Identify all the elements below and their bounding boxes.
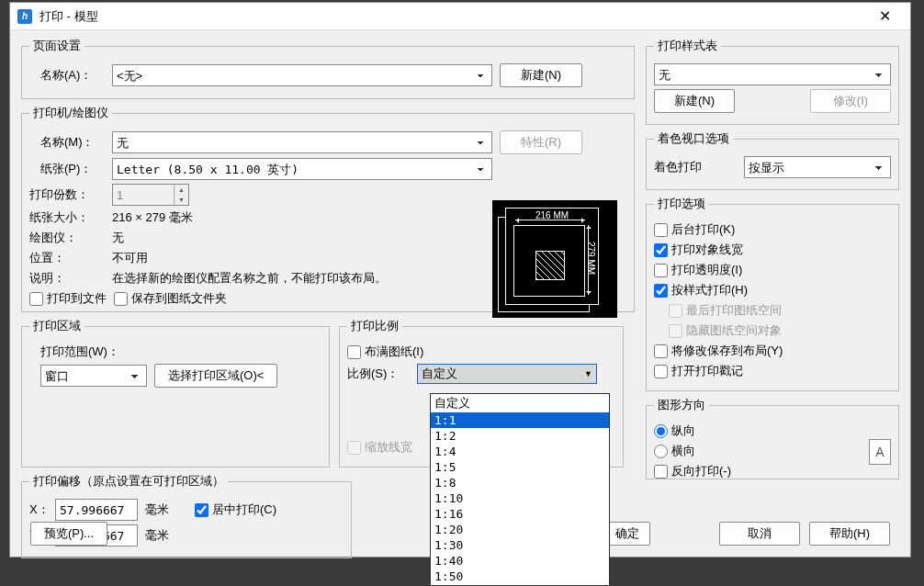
- preview-width-label: 216 MM: [517, 210, 587, 223]
- opt-bg-checkbox[interactable]: 后台打印(K): [654, 221, 891, 238]
- preview-height-label: 279 MM: [583, 221, 596, 295]
- opt-trans-checkbox[interactable]: 打印透明度(I): [654, 262, 891, 278]
- papersize-label: 纸张大小：: [29, 209, 105, 226]
- scale-option[interactable]: 自定义: [431, 394, 609, 412]
- scale-option[interactable]: 1:16: [431, 506, 609, 522]
- desc-value: 在选择新的绘图仪配置名称之前，不能打印该布局。: [112, 270, 387, 287]
- ok-button[interactable]: 确定: [604, 522, 650, 546]
- spin-down-icon[interactable]: ▼: [174, 195, 188, 205]
- plot-styles-legend: 打印样式表: [654, 38, 721, 54]
- right-column: 打印样式表 无 新建(N) 修改(I) 着色视口选项 着色打印 按显示 打印选项…: [646, 38, 899, 558]
- printer-legend: 打印机/绘图仪: [29, 105, 112, 121]
- copies-spinner[interactable]: ▲▼: [112, 184, 189, 206]
- help-button[interactable]: 帮助(H): [809, 522, 890, 546]
- scale-option[interactable]: 1:50: [431, 569, 609, 584]
- scale-option[interactable]: 1:4: [431, 444, 609, 459]
- print-offset-group: 打印偏移（原点设置在可打印区域） X： 毫米 居中打印(C) Y： 毫米: [21, 473, 352, 558]
- plot-styles-group: 打印样式表 无 新建(N) 修改(I): [646, 38, 899, 125]
- scale-option[interactable]: 1:8: [431, 475, 609, 490]
- plotter-label: 绘图仪：: [29, 230, 105, 246]
- orient-portrait-radio[interactable]: 纵向: [654, 423, 891, 439]
- select-area-button[interactable]: 选择打印区域(O)<: [154, 364, 277, 388]
- scale-option[interactable]: 1:20: [431, 522, 609, 537]
- desc-label: 说明：: [29, 270, 105, 287]
- to-file-checkbox[interactable]: 打印到文件: [29, 290, 107, 307]
- paper-preview: 216 MM 279 MM: [492, 200, 617, 318]
- opt-stamp-checkbox[interactable]: 打开打印戳记: [654, 363, 891, 379]
- shade-group: 着色视口选项 着色打印 按显示: [646, 130, 899, 190]
- save-dst-checkbox[interactable]: 保存到图纸文件夹: [114, 290, 227, 307]
- hatch-icon: [535, 251, 565, 280]
- preview-button[interactable]: 预览(P)...: [30, 522, 107, 546]
- offset-x-unit: 毫米: [145, 501, 169, 518]
- range-label: 打印范围(W)：: [40, 344, 119, 360]
- opt-savelayout-checkbox[interactable]: 将修改保存到布局(Y): [654, 343, 891, 359]
- scale-option[interactable]: 1:10: [431, 490, 609, 506]
- scale-lineweight-checkbox: 缩放线宽: [347, 439, 412, 456]
- app-icon: h: [17, 9, 32, 24]
- orient-legend: 图形方向: [654, 397, 709, 413]
- papersize-value: 216 × 279 毫米: [112, 209, 193, 226]
- fit-checkbox[interactable]: 布满图纸(I): [347, 344, 423, 360]
- copies-label: 打印份数：: [29, 186, 105, 203]
- print-options-group: 打印选项 后台打印(K) 打印对象线宽 打印透明度(I) 按样式打印(H) 最后…: [646, 196, 899, 391]
- spin-up-icon[interactable]: ▲: [174, 185, 188, 195]
- print-offset-legend: 打印偏移（原点设置在可打印区域）: [29, 473, 228, 490]
- footer-buttons: 取消 帮助(H): [719, 522, 890, 546]
- offset-x-label: X：: [29, 501, 48, 518]
- scale-option[interactable]: 1:30: [431, 537, 609, 553]
- range-select[interactable]: 窗口: [40, 365, 147, 387]
- print-area-group: 打印区域 打印范围(W)： 窗口 选择打印区域(O)<: [21, 318, 330, 468]
- window-title: 打印 - 模型: [39, 8, 866, 25]
- page-setup-legend: 页面设置: [29, 38, 85, 54]
- shade-select[interactable]: 按显示: [744, 156, 891, 178]
- opt-hide-checkbox: 隐藏图纸空间对象: [654, 322, 891, 339]
- offset-x-input[interactable]: [55, 499, 138, 521]
- styles-new-button[interactable]: 新建(N): [654, 89, 735, 113]
- pageset-name-label: 名称(A)：: [29, 67, 105, 84]
- orientation-icon: A: [869, 439, 891, 465]
- scale-option[interactable]: 1:5: [431, 459, 609, 475]
- opt-last-checkbox: 最后打印图纸空间: [654, 302, 891, 319]
- center-checkbox[interactable]: 居中打印(C): [195, 501, 276, 518]
- page-setup-group: 页面设置 名称(A)： <无> 新建(N): [21, 38, 635, 99]
- location-value: 不可用: [112, 250, 148, 266]
- plotter-value: 无: [112, 230, 124, 246]
- pageset-name-select[interactable]: <无>: [112, 64, 492, 86]
- offset-y-unit: 毫米: [145, 527, 169, 544]
- printer-props-button: 特性(R): [500, 130, 582, 154]
- styles-edit-button: 修改(I): [810, 89, 891, 113]
- printer-name-label: 名称(M)：: [29, 134, 105, 151]
- scale-option[interactable]: 1:1: [431, 412, 609, 428]
- chevron-down-icon: ▼: [584, 369, 592, 378]
- paper-label: 纸张(P)：: [29, 161, 105, 177]
- opt-linew-checkbox[interactable]: 打印对象线宽: [654, 242, 891, 258]
- titlebar: h 打印 - 模型 ✕: [10, 3, 910, 30]
- ratio-combobox[interactable]: 自定义 ▼: [417, 364, 597, 384]
- orient-landscape-radio[interactable]: 横向: [654, 443, 891, 459]
- close-icon[interactable]: ✕: [866, 3, 903, 30]
- orientation-group: 图形方向 纵向 横向 反向打印(-) A: [646, 397, 899, 479]
- print-scale-legend: 打印比例: [347, 318, 402, 334]
- ratio-label: 比例(S)：: [347, 366, 411, 382]
- orient-reverse-checkbox[interactable]: 反向打印(-): [654, 463, 891, 479]
- location-label: 位置：: [29, 250, 105, 266]
- paper-select[interactable]: Letter (8.50 x 11.00 英寸): [112, 158, 492, 180]
- scale-option[interactable]: 1:40: [431, 553, 609, 569]
- styles-select[interactable]: 无: [654, 63, 891, 85]
- cancel-button[interactable]: 取消: [719, 522, 800, 546]
- scale-dropdown-list[interactable]: 自定义 1:1 1:2 1:4 1:5 1:8 1:10 1:16 1:20 1…: [430, 393, 610, 586]
- printer-name-select[interactable]: 无: [112, 131, 492, 153]
- print-area-legend: 打印区域: [29, 318, 85, 334]
- options-legend: 打印选项: [654, 196, 709, 212]
- opt-bystyle-checkbox[interactable]: 按样式打印(H): [654, 282, 891, 299]
- scale-option[interactable]: 1:2: [431, 428, 609, 444]
- shade-label: 着色打印: [654, 159, 737, 175]
- pageset-new-button[interactable]: 新建(N): [500, 63, 582, 87]
- shade-legend: 着色视口选项: [654, 130, 733, 147]
